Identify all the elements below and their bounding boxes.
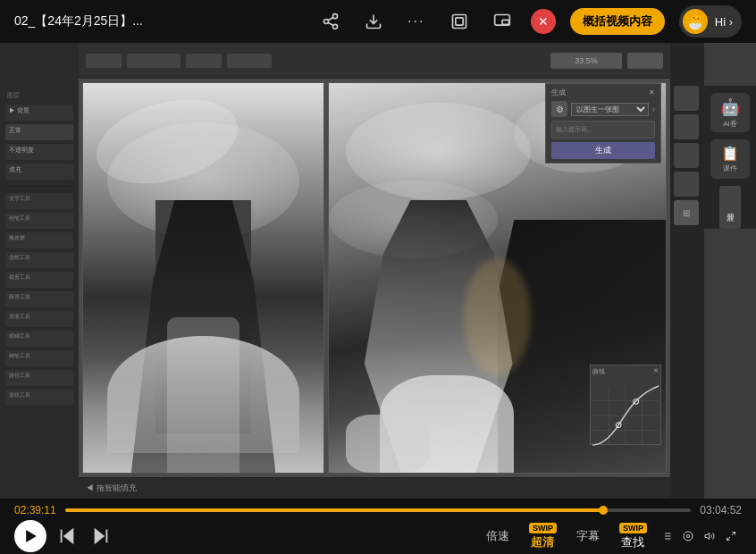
progress-area: 02:39:11 03:04:52 [14, 499, 742, 518]
hi-label: Hi › [715, 15, 733, 29]
svg-point-30 [684, 532, 693, 541]
quality-swip-badge: SWIP [529, 523, 557, 533]
search-swip-badge: SWIP [619, 523, 647, 533]
ai-mode-select[interactable]: 以图生一张图 文生图 [571, 103, 649, 116]
svg-point-0 [332, 14, 337, 19]
next-icon [91, 526, 111, 546]
next-button[interactable] [84, 526, 118, 546]
svg-marker-19 [26, 530, 37, 542]
svg-line-33 [732, 533, 735, 536]
search-button[interactable]: SWIP 查找 [610, 521, 656, 552]
ai-side-panel: 🤖 AI香 📋 课件 展开 [704, 86, 756, 229]
ai-generate-button[interactable]: 生成 [551, 142, 655, 159]
svg-rect-7 [456, 18, 463, 25]
svg-rect-6 [452, 15, 466, 29]
list-icon [661, 527, 672, 545]
close-button[interactable]: ✕ [531, 9, 556, 34]
svg-point-31 [687, 535, 690, 538]
ai-float-panel: 生成 ✕ ⚙ 以图生一张图 文生图 › 输入提示词... 生成 [545, 83, 661, 164]
curves-panel: 曲线 ✕ [590, 365, 661, 445]
svg-line-4 [328, 17, 333, 20]
share-button[interactable] [316, 7, 345, 36]
fullscreen-icon [726, 527, 736, 545]
volume-button[interactable] [699, 525, 720, 547]
subtitle-button[interactable]: 字幕 [566, 525, 610, 548]
volume-icon [704, 527, 715, 545]
play-button[interactable] [14, 520, 46, 552]
ai-tool-button[interactable]: 🤖 AI香 [710, 93, 750, 132]
progress-dot [599, 506, 608, 515]
controls-area: 倍速 SWIP 超清 字幕 SWIP 查找 [14, 518, 742, 554]
prev-button[interactable] [50, 526, 84, 546]
courseware-label: 课件 [723, 164, 737, 173]
progress-fill [65, 508, 603, 512]
playlist-button[interactable] [656, 525, 677, 547]
ps-far-right-panel: ⊞ [670, 43, 704, 499]
quality-label: 超清 [531, 534, 554, 550]
quality-button[interactable]: SWIP 超清 [520, 521, 566, 552]
svg-marker-20 [64, 530, 72, 543]
ai-prompt-input[interactable]: 输入提示词... [551, 121, 655, 138]
speed-button[interactable]: 倍速 [475, 525, 520, 548]
fullscreen-button[interactable] [720, 525, 742, 547]
bottom-bar: 02:39:11 03:04:52 [0, 499, 756, 554]
progress-track[interactable] [65, 508, 692, 512]
expand-button[interactable]: 展开 [719, 186, 741, 229]
video-title: 02_【24年2月25日】... [14, 13, 302, 29]
svg-marker-22 [96, 530, 104, 543]
ps-toolbar: 33.5% [79, 43, 670, 79]
search-label: 查找 [621, 534, 644, 550]
status-text: ◀ 拖智能填充 [86, 483, 137, 494]
ps-left-panel: 图层 ▶ 背景 正常 不透明度 填充 文字工具 画笔工具 橡皮擦 选框工具 裁剪… [0, 43, 79, 499]
play-icon [25, 530, 38, 542]
svg-marker-32 [705, 533, 710, 540]
courseware-button[interactable]: 📋 课件 [710, 139, 750, 179]
time-total: 03:04:52 [700, 504, 742, 516]
svg-point-1 [323, 20, 328, 24]
summarize-button[interactable]: 概括视频内容 [570, 8, 665, 35]
time-current: 02:39:11 [14, 504, 56, 516]
screen-icon [683, 527, 693, 545]
window-button[interactable] [445, 7, 474, 36]
ps-status-bar: ◀ 拖智能填充 [79, 477, 670, 499]
svg-line-34 [727, 537, 731, 541]
video-area[interactable]: 33.5% 图层 ▶ 背景 正常 不透明度 填充 文字工具 画笔工具 橡皮擦 选… [0, 43, 756, 499]
avatar-button[interactable]: 🐣 Hi › [679, 5, 742, 38]
avatar: 🐣 [683, 9, 708, 34]
top-bar: 02_【24年2月25日】... ··· ✕ 概括视频内容 🐣 Hi › [0, 0, 756, 43]
svg-rect-9 [502, 20, 509, 24]
svg-point-2 [332, 24, 337, 29]
pip-button[interactable] [488, 7, 517, 36]
artwork-left [82, 82, 324, 474]
download-button[interactable] [359, 7, 388, 36]
svg-line-3 [328, 22, 333, 25]
video-content: 33.5% 图层 ▶ 背景 正常 不透明度 填充 文字工具 画笔工具 橡皮擦 选… [0, 43, 756, 499]
ai-tool-label: AI香 [723, 119, 737, 129]
prev-icon [57, 526, 77, 546]
screen-button[interactable] [677, 525, 699, 547]
more-button[interactable]: ··· [402, 7, 431, 36]
curves-svg [592, 378, 659, 453]
